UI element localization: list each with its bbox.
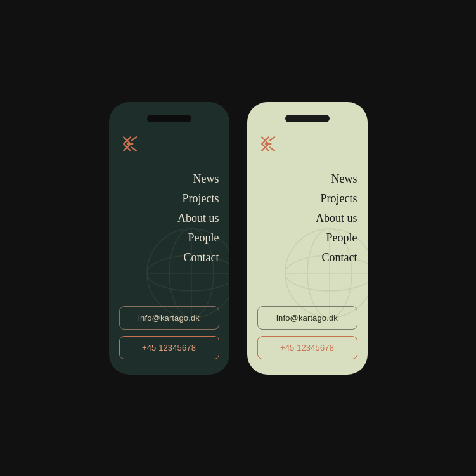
- nav-menu-light: News Projects About us People Contact: [257, 165, 357, 306]
- notch-dark: [147, 115, 191, 122]
- nav-item-projects-dark[interactable]: Projects: [183, 190, 219, 207]
- nav-item-people-dark[interactable]: People: [188, 229, 219, 247]
- phone-light: News Projects About us People Contact in…: [247, 102, 368, 375]
- nav-item-news-dark[interactable]: News: [193, 170, 219, 188]
- buttons-area-light: info@kartago.dk +45 12345678: [257, 306, 357, 359]
- email-button-light[interactable]: info@kartago.dk: [257, 306, 357, 330]
- nav-item-contact-dark[interactable]: Contact: [184, 249, 219, 266]
- phone-button-light[interactable]: +45 12345678: [257, 336, 357, 359]
- nav-item-news-light[interactable]: News: [331, 170, 357, 188]
- phone-button-dark[interactable]: +45 12345678: [119, 336, 219, 359]
- nav-item-people-light[interactable]: People: [326, 229, 357, 247]
- notch-light: [285, 115, 330, 122]
- buttons-area-dark: info@kartago.dk +45 12345678: [119, 306, 219, 359]
- nav-menu-dark: News Projects About us People Contact: [119, 165, 219, 306]
- nav-item-contact-light[interactable]: Contact: [322, 249, 357, 266]
- logo-dark: [119, 132, 219, 158]
- phone-dark: News Projects About us People Contact in…: [109, 102, 229, 375]
- logo-light: [257, 132, 357, 158]
- nav-item-aboutus-light[interactable]: About us: [316, 210, 357, 227]
- email-button-dark[interactable]: info@kartago.dk: [119, 306, 219, 330]
- nav-item-projects-light[interactable]: Projects: [321, 190, 357, 207]
- nav-item-aboutus-dark[interactable]: About us: [177, 210, 219, 227]
